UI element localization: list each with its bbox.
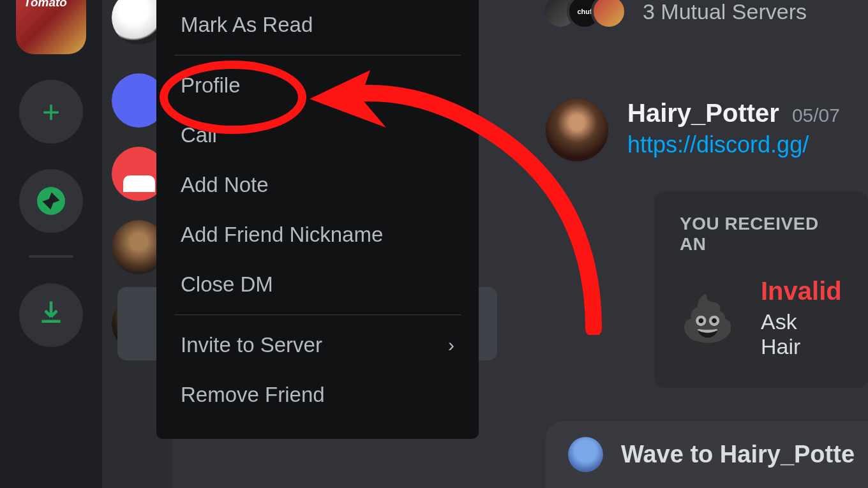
- menu-label: Add Note: [181, 173, 269, 197]
- user-context-menu: Mark As Read Profile Call Add Note Add F…: [156, 0, 479, 439]
- mutual-servers-label: 3 Mutual Servers: [643, 0, 807, 24]
- menu-label: Close DM: [181, 272, 273, 297]
- wave-prompt-bar[interactable]: Wave to Hairy_Potte: [546, 421, 868, 488]
- menu-label: Remove Friend: [181, 383, 325, 407]
- menu-label: Profile: [181, 73, 241, 98]
- menu-label: Add Friend Nickname: [181, 223, 383, 247]
- invite-invalid-label: Invalid: [761, 277, 842, 306]
- menu-divider: [174, 55, 461, 55]
- add-server-button[interactable]: +: [19, 80, 83, 144]
- message: Hairy_Potter 05/07 https://discord.gg/: [546, 99, 868, 161]
- menu-remove-friend[interactable]: Remove Friend: [156, 370, 479, 420]
- mutual-server-avatars: chuf: [542, 0, 627, 29]
- message-link[interactable]: https://discord.gg/: [627, 131, 868, 158]
- invite-subtext: Ask Hair: [761, 309, 842, 359]
- menu-close-dm[interactable]: Close DM: [156, 260, 479, 309]
- invite-title: YOU RECEIVED AN: [680, 214, 842, 255]
- menu-call[interactable]: Call: [156, 110, 479, 160]
- menu-add-note[interactable]: Add Note: [156, 160, 479, 210]
- download-icon: [37, 298, 65, 332]
- menu-divider: [174, 314, 461, 315]
- server-rail: +: [0, 0, 102, 488]
- mutual-servers-row[interactable]: chuf 3 Mutual Servers: [542, 0, 807, 29]
- wumpus-icon: [568, 437, 603, 472]
- menu-label: Mark As Read: [181, 13, 313, 37]
- invalid-invite-icon: 💩: [680, 292, 735, 344]
- plus-icon: +: [42, 94, 60, 129]
- download-apps-button[interactable]: [19, 283, 83, 347]
- menu-mark-as-read[interactable]: Mark As Read: [156, 0, 479, 50]
- wave-prompt-text: Wave to Hairy_Potte: [621, 441, 855, 468]
- chevron-right-icon: ›: [448, 334, 454, 356]
- menu-profile[interactable]: Profile: [156, 61, 479, 110]
- menu-add-friend-nickname[interactable]: Add Friend Nickname: [156, 210, 479, 260]
- compass-icon: [37, 187, 65, 215]
- menu-label: Call: [181, 123, 217, 147]
- message-timestamp: 05/07: [792, 105, 840, 126]
- chat-panel: chuf 3 Mutual Servers Hairy_Potter 05/07…: [507, 0, 868, 488]
- server-avatar[interactable]: [16, 0, 86, 54]
- rail-separator: [29, 255, 73, 258]
- user-avatar[interactable]: [546, 99, 608, 161]
- menu-label: Invite to Server: [181, 333, 322, 357]
- invite-embed: YOU RECEIVED AN 💩 Invalid Ask Hair: [654, 191, 868, 388]
- menu-invite-to-server[interactable]: Invite to Server ›: [156, 320, 479, 370]
- message-username[interactable]: Hairy_Potter: [627, 99, 779, 128]
- explore-servers-button[interactable]: [19, 169, 83, 233]
